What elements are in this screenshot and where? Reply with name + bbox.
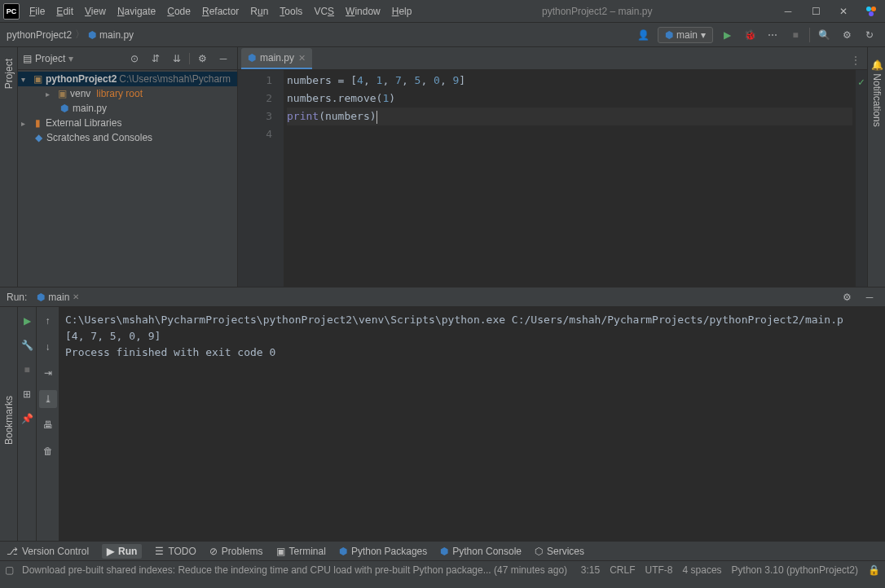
lock-icon[interactable]: 🔒 <box>868 564 880 576</box>
close-icon[interactable]: ✕ <box>73 292 79 301</box>
updates-button[interactable]: ↻ <box>861 26 878 44</box>
svg-point-0 <box>866 7 871 11</box>
code-editor[interactable]: numbers = [4, 1, 7, 5, 0, 9] numbers.rem… <box>284 70 856 287</box>
project-tool-tab[interactable]: Project <box>1 54 17 94</box>
check-icon[interactable]: ✓ <box>856 70 867 91</box>
menu-code[interactable]: Code <box>162 3 196 20</box>
editor-tab-label: main.py <box>260 52 294 64</box>
stop-button[interactable]: ■ <box>786 26 804 44</box>
breadcrumb: pythonProject2 〉 ⬢ main.py <box>7 28 134 42</box>
editor-tabs: ⬢ main.py ✕ ⋮ <box>238 47 867 70</box>
menu-vcs[interactable]: VCS <box>309 3 339 20</box>
menu-run[interactable]: Run <box>245 3 273 20</box>
chevron-right-icon: 〉 <box>75 28 85 42</box>
close-tab-icon[interactable]: ✕ <box>298 53 306 64</box>
menu-navigate[interactable]: Navigate <box>112 3 161 20</box>
scroll-end-icon[interactable]: ⤓ <box>39 390 57 408</box>
tab-services[interactable]: ⬡Services <box>535 546 584 557</box>
python-file-icon: ⬢ <box>59 103 70 114</box>
window-title: pythonProject2 – main.py <box>416 6 777 17</box>
toolbox-icon[interactable] <box>861 3 882 20</box>
menu-file[interactable]: File <box>24 3 50 20</box>
right-tool-rail: 🔔 Notifications <box>867 47 885 287</box>
tab-problems[interactable]: ⊘Problems <box>209 546 263 557</box>
tree-project-root[interactable]: ▾ ▣ pythonProject2 C:\Users\mshah\Pychar… <box>18 72 237 86</box>
scratches-icon: ◆ <box>33 132 44 143</box>
run-settings-icon[interactable]: ⚙ <box>838 288 856 306</box>
locate-icon[interactable]: ⊙ <box>125 50 143 68</box>
tab-version-control[interactable]: ⎇Version Control <box>7 546 89 557</box>
add-user-icon[interactable]: 👤 <box>635 26 653 44</box>
python-file-icon: ⬢ <box>248 52 256 64</box>
search-button[interactable]: 🔍 <box>815 26 833 44</box>
settings-button[interactable]: ⚙ <box>838 26 856 44</box>
breadcrumb-file[interactable]: main.py <box>99 29 134 41</box>
editor-tab-menu[interactable]: ⋮ <box>844 51 867 69</box>
notifications-tool-tab[interactable]: 🔔 Notifications <box>869 54 885 132</box>
tab-terminal[interactable]: ▣Terminal <box>276 546 326 557</box>
tree-venv[interactable]: ▸ ▣ venv library root <box>18 86 237 101</box>
hide-panel-icon[interactable]: ─ <box>861 288 878 306</box>
wrench-icon[interactable]: 🔧 <box>18 336 36 354</box>
tab-run[interactable]: ▶Run <box>102 544 142 559</box>
down-icon[interactable]: ↓ <box>39 338 57 356</box>
collapse-all-icon[interactable]: ⇊ <box>168 50 186 68</box>
run-tab-main[interactable]: ⬢ main ✕ <box>32 290 84 305</box>
chevron-down-icon: ▾ <box>701 29 706 41</box>
run-button[interactable]: ▶ <box>718 26 736 44</box>
output-line: C:\Users\mshah\PycharmProjects\pythonPro… <box>65 312 878 328</box>
tree-external-libs[interactable]: ▸ ▮ External Libraries <box>18 116 237 130</box>
breadcrumb-project[interactable]: pythonProject2 <box>7 29 72 41</box>
editor: ⬢ main.py ✕ ⋮ 1 2 3 4 numbers = [4, 1, 7… <box>238 47 867 287</box>
soft-wrap-icon[interactable]: ⇥ <box>39 364 57 382</box>
pin-button[interactable]: 📌 <box>18 410 36 428</box>
play-icon: ▶ <box>107 546 114 557</box>
inspection-gutter: ✓ <box>856 70 867 287</box>
tab-python-console[interactable]: ⬢Python Console <box>440 546 522 557</box>
stop-button[interactable]: ■ <box>18 361 36 379</box>
tab-python-packages[interactable]: ⬢Python Packages <box>339 546 427 557</box>
run-output[interactable]: C:\Users\mshah\PycharmProjects\pythonPro… <box>59 307 885 541</box>
folder-icon: ▣ <box>32 73 43 85</box>
project-panel: ▤ Project ▾ ⊙ ⇵ ⇊ ⚙ ─ ▾ ▣ pythonProject2… <box>18 47 238 287</box>
caret-position[interactable]: 3:15 <box>581 564 600 576</box>
maximize-button[interactable]: ☐ <box>805 3 826 20</box>
tree-main-file[interactable]: ⬢ main.py <box>18 101 237 116</box>
run-config-selector[interactable]: ⬢ main ▾ <box>658 27 713 43</box>
menu-refactor[interactable]: Refactor <box>197 3 244 20</box>
close-window-button[interactable]: ✕ <box>833 3 854 20</box>
tree-scratches[interactable]: ◆ Scratches and Consoles <box>18 130 237 145</box>
run-action-rail-1: ▶ 🔧 ■ ⊞ 📌 <box>18 307 36 541</box>
expand-all-icon[interactable]: ⇵ <box>147 50 165 68</box>
output-line: Process finished with exit code 0 <box>65 344 878 361</box>
title-bar: PC File Edit View Navigate Code Refactor… <box>0 0 885 23</box>
debug-button[interactable]: 🐞 <box>741 26 759 44</box>
status-menu-icon[interactable]: ▢ <box>5 564 14 576</box>
menu-tools[interactable]: Tools <box>275 3 307 20</box>
status-message[interactable]: Download pre-built shared indexes: Reduc… <box>22 564 573 576</box>
layout-button[interactable]: ⊞ <box>18 385 36 403</box>
encoding[interactable]: UTF-8 <box>645 564 673 576</box>
panel-hide-icon[interactable]: ─ <box>214 50 232 68</box>
python-icon: ⬢ <box>665 29 673 41</box>
bookmarks-tool-tab[interactable]: Bookmarks <box>1 391 17 450</box>
panel-settings-icon[interactable]: ⚙ <box>193 50 211 68</box>
minimize-button[interactable]: ─ <box>777 3 799 20</box>
interpreter[interactable]: Python 3.10 (pythonProject2) <box>732 564 858 576</box>
editor-tab-main[interactable]: ⬢ main.py ✕ <box>241 48 312 69</box>
run-more-button[interactable]: ⋯ <box>764 26 782 44</box>
indent-settings[interactable]: 4 spaces <box>683 564 722 576</box>
menu-edit[interactable]: Edit <box>51 3 78 20</box>
menu-window[interactable]: Window <box>341 3 385 20</box>
menu-view[interactable]: View <box>80 3 111 20</box>
chevron-down-icon[interactable]: ▾ <box>68 53 73 64</box>
line-separator[interactable]: CRLF <box>610 564 635 576</box>
menu-help[interactable]: Help <box>387 3 417 20</box>
svg-point-1 <box>871 7 876 11</box>
clear-icon[interactable]: 🗑 <box>39 442 57 460</box>
rerun-button[interactable]: ▶ <box>18 312 36 330</box>
up-icon[interactable]: ↑ <box>39 312 57 330</box>
print-icon[interactable]: 🖶 <box>39 416 57 434</box>
python-icon: ⬢ <box>440 546 448 557</box>
tab-todo[interactable]: ☰TODO <box>155 546 196 557</box>
